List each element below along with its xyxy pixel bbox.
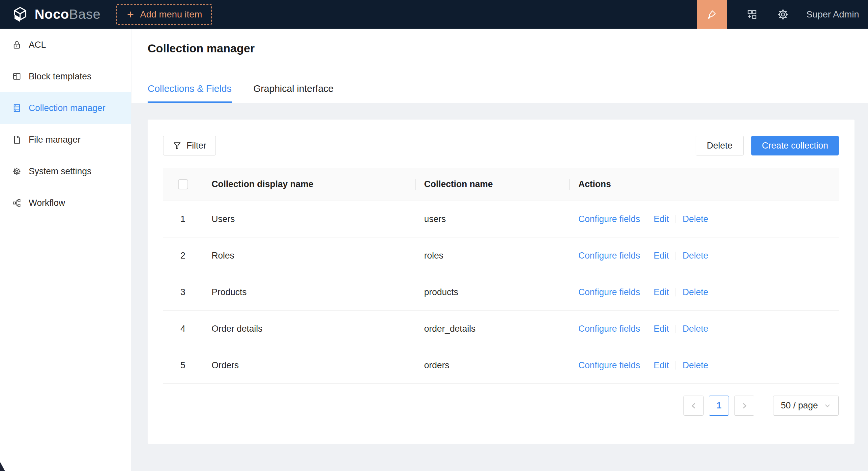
sidebar-item-workflow[interactable]: Workflow: [0, 187, 131, 219]
action-divider: [676, 361, 676, 370]
column-header-display-name: Collection display name: [203, 179, 415, 190]
card-toolbar: Filter Delete Create collection: [163, 136, 839, 156]
edit-link[interactable]: Edit: [654, 287, 669, 297]
page-size-select[interactable]: 50 / page: [773, 396, 839, 416]
cell-display-name: Orders: [203, 360, 415, 371]
cell-display-name: Roles: [203, 251, 415, 261]
app-header: NocoBase Add menu item: [0, 0, 868, 29]
highlighter-icon: [706, 8, 718, 21]
configure-fields-link[interactable]: Configure fields: [578, 287, 640, 297]
next-page-button[interactable]: [734, 396, 754, 416]
tabs-bar: Collections & Fields Graphical interface: [148, 83, 334, 103]
action-divider: [647, 325, 647, 333]
cell-name: order_details: [415, 324, 569, 334]
chevron-right-icon: [740, 402, 749, 410]
sidebar-item-block-templates[interactable]: Block templates: [0, 61, 131, 92]
cell-name: users: [415, 214, 569, 224]
add-menu-item-label: Add menu item: [140, 9, 202, 20]
edit-link[interactable]: Edit: [654, 360, 669, 371]
table-row: 5 Orders orders Configure fields Edit De…: [163, 347, 839, 384]
partition-icon: [12, 198, 22, 207]
table-row: 2 Roles roles Configure fields Edit Dele…: [163, 237, 839, 274]
file-icon: [12, 135, 22, 144]
cell-display-name: Order details: [203, 324, 415, 334]
cell-display-name: Users: [203, 214, 415, 224]
chevron-left-icon: [689, 402, 698, 410]
cell-name: orders: [415, 360, 569, 371]
configure-fields-link[interactable]: Configure fields: [578, 251, 640, 261]
delete-link[interactable]: Delete: [682, 360, 708, 371]
edit-link[interactable]: Edit: [654, 214, 669, 224]
plugins-button[interactable]: [746, 8, 758, 21]
configure-fields-link[interactable]: Configure fields: [578, 214, 640, 224]
row-index: 2: [180, 251, 185, 261]
gear-icon: [12, 167, 22, 176]
column-header-name: Collection name: [415, 179, 569, 190]
table-row: 3 Products products Configure fields Edi…: [163, 274, 839, 311]
action-divider: [647, 251, 647, 260]
sidebar-item-label: Workflow: [29, 198, 65, 208]
column-header-actions: Actions: [569, 179, 839, 190]
tab-graphical-interface[interactable]: Graphical interface: [253, 83, 334, 103]
gear-icon: [777, 8, 789, 21]
delete-button[interactable]: Delete: [696, 136, 744, 156]
select-all-checkbox[interactable]: [178, 179, 188, 190]
page-header: Collection manager Collections & Fields …: [131, 29, 868, 103]
page-1-button[interactable]: 1: [709, 396, 729, 416]
cell-name: products: [415, 287, 569, 297]
sidebar-item-acl[interactable]: ACL: [0, 29, 131, 61]
settings-button[interactable]: [777, 8, 789, 21]
content-area: Filter Delete Create collection Collecti…: [131, 103, 868, 444]
sidebar-item-label: Block templates: [29, 71, 92, 82]
action-divider: [676, 288, 676, 296]
cell-display-name: Products: [203, 287, 415, 297]
filter-icon: [173, 141, 182, 150]
action-divider: [676, 251, 676, 260]
current-user[interactable]: Super Admin: [806, 9, 859, 20]
filter-button[interactable]: Filter: [163, 136, 216, 156]
row-index: 5: [180, 360, 185, 371]
configure-fields-link[interactable]: Configure fields: [578, 324, 640, 334]
delete-link[interactable]: Delete: [682, 287, 708, 297]
action-divider: [647, 288, 647, 296]
prev-page-button[interactable]: [683, 396, 704, 416]
table-row: 4 Order details order_details Configure …: [163, 311, 839, 347]
action-divider: [647, 361, 647, 370]
layout-icon: [12, 72, 22, 81]
configure-fields-link[interactable]: Configure fields: [578, 360, 640, 371]
sidebar: ACL Block templates Collection manager F…: [0, 29, 131, 471]
create-collection-button[interactable]: Create collection: [751, 136, 839, 156]
tab-collections-and-fields[interactable]: Collections & Fields: [148, 83, 232, 103]
sidebar-item-label: ACL: [29, 40, 46, 50]
chevron-down-icon: [824, 402, 831, 409]
edit-link[interactable]: Edit: [654, 251, 669, 261]
row-index: 1: [180, 214, 185, 224]
delete-link[interactable]: Delete: [682, 251, 708, 261]
sidebar-item-label: File manager: [29, 135, 81, 145]
action-divider: [676, 325, 676, 333]
collections-card: Filter Delete Create collection Collecti…: [148, 120, 855, 444]
page-title: Collection manager: [148, 42, 255, 55]
main-area: Collection manager Collections & Fields …: [131, 29, 868, 471]
sidebar-item-system-settings[interactable]: System settings: [0, 156, 131, 187]
lock-icon: [12, 40, 22, 49]
table-header-row: Collection display name Collection name …: [163, 168, 839, 201]
database-icon: [12, 103, 22, 113]
table-row: 1 Users users Configure fields Edit Dele…: [163, 201, 839, 237]
sidebar-item-file-manager[interactable]: File manager: [0, 124, 131, 156]
sidebar-item-collection-manager[interactable]: Collection manager: [0, 92, 131, 124]
delete-link[interactable]: Delete: [682, 324, 708, 334]
cube-logo-icon: [11, 6, 29, 23]
delete-link[interactable]: Delete: [682, 214, 708, 224]
row-index: 3: [180, 287, 185, 297]
sidebar-item-label: Collection manager: [29, 103, 105, 113]
add-menu-item-button[interactable]: Add menu item: [116, 4, 212, 25]
appstore-add-icon: [746, 8, 758, 21]
edit-link[interactable]: Edit: [654, 324, 669, 334]
nocobase-logo[interactable]: NocoBase: [11, 6, 100, 23]
collections-table: Collection display name Collection name …: [163, 168, 839, 384]
ui-editor-button[interactable]: [697, 0, 727, 29]
pagination: 1 50 / page: [163, 396, 839, 416]
action-divider: [676, 215, 676, 223]
cell-name: roles: [415, 251, 569, 261]
